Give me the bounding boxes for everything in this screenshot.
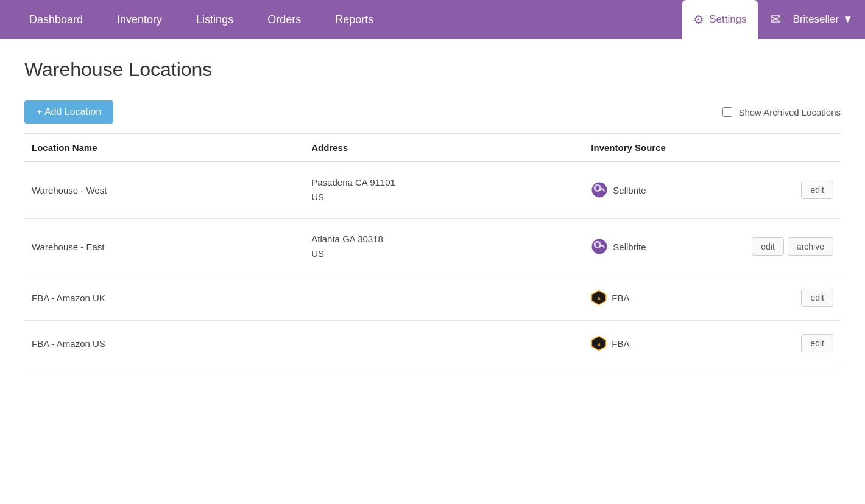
col-header-location: Location Name: [24, 134, 304, 162]
row-actions: edit: [744, 321, 841, 366]
table-row: FBA - Amazon US a FBAedit: [24, 321, 841, 366]
nav-dashboard[interactable]: Dashboard: [12, 0, 100, 39]
settings-label: Settings: [709, 13, 746, 26]
nav-links: Dashboard Inventory Listings Orders Repo…: [12, 0, 682, 39]
mail-icon[interactable]: ✉: [765, 12, 786, 27]
source-label: Sellbrite: [613, 185, 646, 195]
nav-listings[interactable]: Listings: [179, 0, 250, 39]
gear-icon: ⚙: [693, 12, 704, 27]
edit-button[interactable]: edit: [752, 237, 784, 256]
col-header-actions: [744, 134, 841, 162]
nav-right: ⚙ Settings ✉ Briteseller ▼: [682, 0, 853, 39]
location-address: [304, 321, 584, 366]
location-name: FBA - Amazon UK: [24, 275, 304, 321]
chevron-down-icon: ▼: [842, 13, 853, 26]
source-label: FBA: [612, 338, 629, 349]
locations-table: Location Name Address Inventory Source W…: [24, 133, 841, 366]
page-title: Warehouse Locations: [24, 58, 841, 81]
fba-icon: a: [591, 290, 607, 306]
svg-text:a: a: [598, 341, 601, 347]
show-archived-label[interactable]: Show Archived Locations: [722, 107, 841, 117]
source-label: FBA: [612, 293, 629, 303]
add-location-button[interactable]: + Add Location: [24, 100, 113, 124]
main-nav: Dashboard Inventory Listings Orders Repo…: [0, 0, 865, 39]
nav-orders[interactable]: Orders: [250, 0, 318, 39]
inventory-source: a FBA: [584, 275, 744, 321]
sellbrite-icon: [591, 238, 608, 255]
edit-button[interactable]: edit: [801, 289, 833, 307]
nav-reports[interactable]: Reports: [318, 0, 390, 39]
row-actions: edit: [744, 275, 841, 321]
col-header-address: Address: [304, 134, 584, 162]
table-row: Warehouse - WestPasadena CA 91101US Sell…: [24, 162, 841, 219]
edit-button[interactable]: edit: [801, 334, 833, 352]
edit-button[interactable]: edit: [801, 181, 833, 199]
sellbrite-icon: [591, 181, 608, 198]
toolbar: + Add Location Show Archived Locations: [24, 100, 841, 133]
show-archived-checkbox[interactable]: [722, 107, 732, 117]
table-row: FBA - Amazon UK a FBAedit: [24, 275, 841, 321]
inventory-source: Sellbrite: [584, 219, 744, 275]
show-archived-text: Show Archived Locations: [738, 107, 841, 117]
col-header-source: Inventory Source: [584, 134, 744, 162]
user-menu[interactable]: Briteseller ▼: [793, 13, 853, 26]
table-header-row: Location Name Address Inventory Source: [24, 134, 841, 162]
archive-button[interactable]: archive: [788, 237, 833, 256]
nav-inventory[interactable]: Inventory: [100, 0, 179, 39]
svg-text:a: a: [598, 295, 601, 301]
location-name: FBA - Amazon US: [24, 321, 304, 366]
location-address: Atlanta GA 30318US: [304, 219, 584, 275]
location-name: Warehouse - East: [24, 219, 304, 275]
user-label: Briteseller: [793, 13, 839, 26]
inventory-source: a FBA: [584, 321, 744, 366]
source-label: Sellbrite: [613, 242, 646, 252]
fba-icon: a: [591, 335, 607, 351]
table-row: Warehouse - EastAtlanta GA 30318US Sellb…: [24, 219, 841, 275]
location-address: Pasadena CA 91101US: [304, 162, 584, 219]
main-content: Warehouse Locations + Add Location Show …: [0, 39, 865, 504]
inventory-source: Sellbrite: [584, 162, 744, 219]
row-actions: edit: [744, 162, 841, 219]
location-name: Warehouse - West: [24, 162, 304, 219]
row-actions: editarchive: [744, 219, 841, 275]
location-address: [304, 275, 584, 321]
nav-settings[interactable]: ⚙ Settings: [682, 0, 757, 39]
